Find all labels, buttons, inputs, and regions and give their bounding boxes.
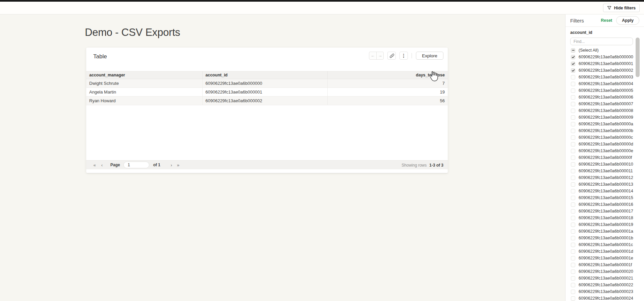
last-page-button[interactable]: » (175, 163, 181, 168)
filter-value-checkbox[interactable] (571, 55, 575, 59)
filter-value-checkbox[interactable] (571, 243, 575, 247)
prev-page-button[interactable]: ‹ (99, 163, 105, 168)
filter-value-row[interactable]: 60906229fc13ae0a6b000007 (571, 101, 644, 107)
filter-value-row[interactable]: 60906229fc13ae0a6b000019 (571, 221, 644, 228)
filter-value-row[interactable]: 60906229fc13ae0a6b000022 (571, 282, 644, 288)
table-card: Table ← → ⋮ Explore (86, 48, 448, 173)
forward-button[interactable]: → (376, 52, 383, 59)
hide-filters-button[interactable]: Hide filters (603, 4, 640, 12)
filter-value-checkbox[interactable] (571, 102, 575, 106)
filter-value-row[interactable]: 60906229fc13ae0a6b000018 (571, 215, 644, 221)
filter-value-row[interactable]: 60906229fc13ae0a6b00001f (571, 261, 644, 268)
filter-value-row[interactable]: 60906229fc13ae0a6b000021 (571, 275, 644, 282)
filter-value-checkbox[interactable] (571, 209, 575, 214)
filter-value-row[interactable]: 60906229fc13ae0a6b000017 (571, 208, 644, 215)
filter-value-row[interactable]: 60906229fc13ae0a6b00001a (571, 228, 644, 235)
filter-value-row[interactable]: 60906229fc13ae0a6b00000d (571, 141, 644, 147)
filter-value-row[interactable]: 60906229fc13ae0a6b000003 (571, 74, 644, 80)
filter-value-checkbox[interactable] (571, 95, 575, 100)
reset-filters-button[interactable]: Reset (601, 18, 612, 23)
column-header-account-manager[interactable]: account_manager (86, 71, 202, 79)
filter-value-checkbox[interactable] (571, 176, 575, 180)
filter-value-row[interactable]: 60906229fc13ae0a6b000011 (571, 168, 644, 174)
filter-value-checkbox[interactable] (571, 169, 575, 173)
filter-value-row[interactable]: 60906229fc13ae0a6b000016 (571, 201, 644, 208)
filter-value-checkbox[interactable] (571, 62, 575, 66)
filter-value-row[interactable]: 60906229fc13ae0a6b000024 (571, 295, 644, 301)
explore-button[interactable]: Explore (416, 52, 443, 60)
table-row[interactable]: Dwight Schrute 60906229fc13ae0a6b000000 … (86, 79, 448, 88)
filter-value-row[interactable]: 60906229fc13ae0a6b000015 (571, 194, 644, 201)
filter-value-row[interactable]: 60906229fc13ae0a6b000010 (571, 161, 644, 168)
filter-value-row[interactable]: 60906229fc13ae0a6b000002 (571, 67, 644, 74)
filter-value-row[interactable]: 60906229fc13ae0a6b00000a (571, 121, 644, 127)
next-page-button[interactable]: › (168, 163, 174, 168)
filter-value-checkbox[interactable] (571, 196, 575, 200)
filter-value-row[interactable]: 60906229fc13ae0a6b00001e (571, 255, 644, 261)
filter-value-row[interactable]: 60906229fc13ae0a6b00001b (571, 235, 644, 241)
filter-value-checkbox[interactable] (571, 82, 575, 86)
filter-value-row[interactable]: 60906229fc13ae0a6b000012 (571, 174, 644, 181)
filter-value-row[interactable]: 60906229fc13ae0a6b000000 (571, 54, 644, 60)
filter-value-label: 60906229fc13ae0a6b000023 (579, 289, 633, 294)
apply-filters-button[interactable]: Apply (616, 16, 639, 25)
filter-value-checkbox[interactable] (571, 216, 575, 220)
filter-value-checkbox[interactable] (571, 189, 575, 193)
table-row[interactable]: Angela Martin 60906229fc13ae0a6b000001 1… (86, 88, 448, 97)
select-all-checkbox[interactable] (571, 48, 575, 53)
filter-value-row[interactable]: 60906229fc13ae0a6b000014 (571, 188, 644, 194)
filter-value-checkbox[interactable] (571, 68, 575, 73)
panel-scrollbar-thumb[interactable] (636, 38, 640, 77)
filter-value-checkbox[interactable] (571, 223, 575, 227)
filter-search-input[interactable] (570, 38, 633, 45)
filter-value-row[interactable]: 60906229fc13ae0a6b000009 (571, 114, 644, 121)
select-all-row[interactable]: (Select All) (571, 47, 644, 54)
filter-value-row[interactable]: 60906229fc13ae0a6b00000e (571, 147, 644, 154)
filter-value-checkbox[interactable] (571, 256, 575, 260)
filter-value-checkbox[interactable] (571, 249, 575, 254)
filter-value-checkbox[interactable] (571, 162, 575, 167)
filter-value-checkbox[interactable] (571, 202, 575, 207)
filter-value-checkbox[interactable] (571, 122, 575, 126)
filter-value-checkbox[interactable] (571, 290, 575, 294)
filter-value-row[interactable]: 60906229fc13ae0a6b00001d (571, 248, 644, 255)
filter-value-checkbox[interactable] (571, 283, 575, 287)
first-page-button[interactable]: « (92, 163, 98, 168)
filter-value-row[interactable]: 60906229fc13ae0a6b000005 (571, 87, 644, 94)
card-menu-button[interactable]: ⋮ (399, 52, 408, 60)
filter-value-row[interactable]: 60906229fc13ae0a6b00000f (571, 154, 644, 161)
filter-value-checkbox[interactable] (571, 182, 575, 187)
filter-value-row[interactable]: 60906229fc13ae0a6b000020 (571, 268, 644, 275)
page-number-input[interactable] (123, 162, 149, 168)
filter-value-row[interactable]: 60906229fc13ae0a6b000023 (571, 288, 644, 295)
table-row[interactable]: Ryan Howard 60906229fc13ae0a6b000002 56 (86, 97, 448, 105)
back-button[interactable]: ← (369, 52, 376, 59)
filter-value-checkbox[interactable] (571, 156, 575, 160)
filter-value-checkbox[interactable] (571, 115, 575, 120)
filter-value-row[interactable]: 60906229fc13ae0a6b00000c (571, 134, 644, 141)
filter-value-row[interactable]: 60906229fc13ae0a6b00000b (571, 127, 644, 134)
column-header-account-id[interactable]: account_id (202, 71, 327, 79)
copy-link-button[interactable] (387, 52, 396, 60)
filter-value-row[interactable]: 60906229fc13ae0a6b000004 (571, 80, 644, 87)
filter-value-checkbox[interactable] (571, 276, 575, 281)
filter-value-checkbox[interactable] (571, 88, 575, 93)
filter-value-row[interactable]: 60906229fc13ae0a6b000006 (571, 94, 644, 101)
filter-value-row[interactable]: 60906229fc13ae0a6b000008 (571, 107, 644, 114)
column-header-days-to-close[interactable]: days_to_close (327, 71, 448, 79)
filter-value-row[interactable]: 60906229fc13ae0a6b000013 (571, 181, 644, 188)
filter-value-checkbox[interactable] (571, 129, 575, 133)
filter-value-checkbox[interactable] (571, 135, 575, 140)
filter-value-row[interactable]: 60906229fc13ae0a6b00001c (571, 241, 644, 248)
filter-value-checkbox[interactable] (571, 229, 575, 234)
filter-value-row[interactable]: 60906229fc13ae0a6b000001 (571, 60, 644, 67)
filter-value-checkbox[interactable] (571, 75, 575, 79)
filter-value-checkbox[interactable] (571, 236, 575, 240)
filter-value-checkbox[interactable] (571, 269, 575, 274)
filter-value-checkbox[interactable] (571, 263, 575, 267)
filter-value-checkbox[interactable] (571, 142, 575, 146)
filter-value-checkbox[interactable] (571, 296, 575, 301)
filter-value-checkbox[interactable] (571, 149, 575, 153)
filter-value-label: 60906229fc13ae0a6b000012 (579, 175, 633, 180)
filter-value-checkbox[interactable] (571, 109, 575, 113)
